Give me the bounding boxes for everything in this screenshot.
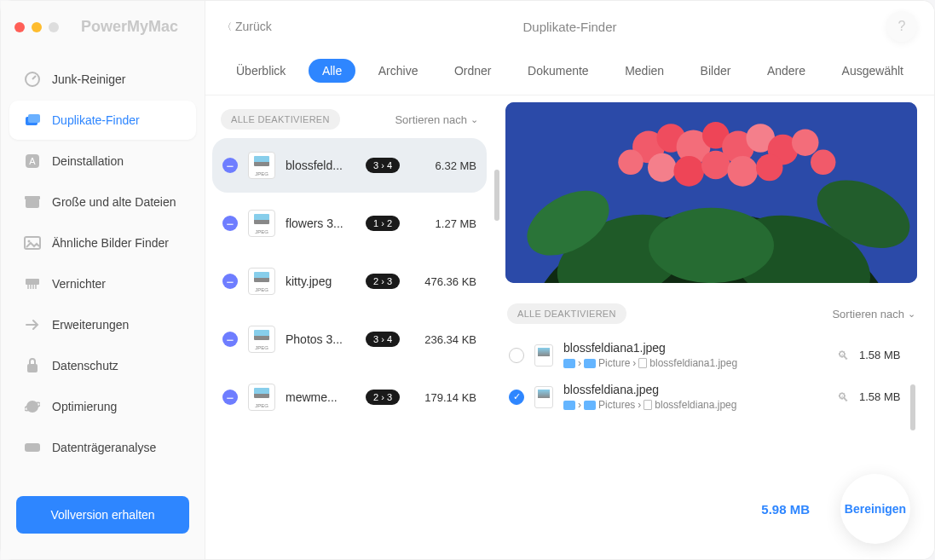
deactivate-all-detail-button[interactable]: ALLE DEAKTIVIEREN (507, 303, 626, 324)
sidebar-item-optimize[interactable]: Optimierung (9, 387, 196, 426)
topbar: 〈Zurück Duplikate-Finder ? (205, 1, 934, 49)
deselect-icon[interactable]: − (222, 390, 238, 405)
app-icon: A (23, 152, 42, 170)
svg-point-33 (756, 154, 783, 182)
scrollbar[interactable] (910, 384, 915, 430)
deselect-icon[interactable]: − (222, 158, 238, 173)
sort-dropdown[interactable]: Sortieren nach⌄ (395, 113, 478, 126)
photo-icon (23, 234, 42, 252)
sidebar-item-label: Große und alte Dateien (52, 195, 176, 209)
lock-icon (23, 356, 42, 375)
group-row[interactable]: − JPEG kitty.jpeg 2 › 3 476.36 KB (212, 254, 487, 309)
total-size: 5.98 MB (761, 502, 810, 517)
deactivate-all-button[interactable]: ALLE DEAKTIVIEREN (221, 109, 340, 130)
group-size: 476.36 KB (410, 275, 476, 288)
detail-header: ALLE DEAKTIVIEREN Sortieren nach⌄ (505, 298, 917, 334)
file-path: › Picture › blossfeldiana1.jpeg (563, 357, 827, 369)
sidebar-item-junk[interactable]: Junk-Reiniger (9, 60, 196, 99)
deselect-icon[interactable]: − (222, 332, 238, 347)
svg-point-28 (792, 129, 819, 156)
sidebar-item-label: Erweiterungen (52, 318, 129, 332)
tab-archives[interactable]: Archive (365, 59, 432, 83)
magnify-icon[interactable]: 🔍︎ (837, 390, 849, 404)
help-button[interactable]: ? (886, 11, 917, 42)
chevron-down-icon: ⌄ (908, 309, 915, 320)
group-name: Photos 3... (286, 332, 355, 346)
sphere-icon (23, 397, 42, 416)
app-window: PowerMyMac Junk-Reiniger Duplikate-Finde… (0, 0, 935, 560)
file-checkbox[interactable] (509, 348, 524, 363)
file-name: blossfeldiana.jpeg (563, 383, 827, 396)
scrollbar[interactable] (494, 170, 499, 221)
sort-detail-dropdown[interactable]: Sortieren nach⌄ (832, 308, 915, 320)
folder-stack-icon (23, 111, 42, 130)
svg-rect-9 (26, 279, 39, 285)
magnify-icon[interactable]: 🔍︎ (837, 349, 849, 362)
svg-text:A: A (29, 156, 36, 166)
tab-media[interactable]: Medien (611, 59, 678, 83)
image-preview (505, 102, 917, 283)
disk-icon (23, 438, 42, 457)
group-row[interactable]: − JPEG flowers 3... 1 › 2 1.27 MB (212, 196, 487, 251)
jpeg-thumb-icon: JPEG (248, 326, 275, 353)
group-size: 6.32 MB (410, 159, 476, 172)
tab-overview[interactable]: Überblick (222, 59, 299, 83)
tab-selected[interactable]: Ausgewählt (828, 59, 917, 83)
jpeg-thumb-icon: JPEG (248, 384, 275, 411)
file-checkbox[interactable]: ✓ (509, 390, 524, 405)
file-row[interactable]: ✓ blossfeldiana.jpeg › Pictures › blossf… (505, 376, 917, 418)
sidebar-item-disk[interactable]: Datenträgeranalyse (9, 428, 196, 467)
jpeg-thumb-icon: JPEG (248, 210, 275, 237)
main-panel: 〈Zurück Duplikate-Finder ? Überblick All… (205, 1, 934, 559)
deselect-icon[interactable]: − (222, 274, 238, 289)
group-name: kitty.jpeg (286, 274, 355, 288)
brand-label: PowerMyMac (81, 18, 178, 36)
tab-all[interactable]: Alle (309, 59, 355, 83)
maximize-window-icon[interactable] (49, 22, 59, 32)
back-button[interactable]: 〈Zurück (222, 20, 272, 33)
svg-point-32 (727, 156, 758, 187)
svg-point-29 (648, 153, 677, 182)
svg-point-35 (811, 150, 835, 175)
gauge-icon (23, 70, 42, 89)
tab-images[interactable]: Bilder (687, 59, 745, 83)
page-title: Duplikate-Finder (522, 20, 616, 34)
folder-icon (563, 359, 575, 368)
sidebar-item-uninstall[interactable]: ADeinstallation (9, 141, 196, 181)
group-pane: ALLE DEAKTIVIEREN Sortieren nach⌄ − JPEG… (205, 95, 495, 559)
sidebar-item-privacy[interactable]: Datenschutz (9, 346, 196, 385)
sidebar-item-shredder[interactable]: Vernichter (9, 264, 196, 303)
close-window-icon[interactable] (14, 22, 25, 32)
svg-rect-2 (28, 114, 40, 123)
sidebar-item-large-old[interactable]: Große und alte Dateien (9, 182, 196, 222)
tab-folders[interactable]: Ordner (441, 59, 505, 83)
minimize-window-icon[interactable] (32, 22, 42, 32)
sidebar-item-duplicates[interactable]: Duplikate-Finder (9, 101, 196, 140)
group-name: flowers 3... (286, 216, 355, 230)
sort-label: Sortieren nach (832, 308, 904, 320)
tab-other[interactable]: Andere (753, 59, 819, 83)
sidebar-item-similar[interactable]: Ähnliche Bilder Finder (9, 223, 196, 263)
file-path: › Pictures › blossfeldiana.jpeg (563, 399, 827, 411)
group-name: mewme... (286, 390, 355, 404)
group-size: 236.34 KB (410, 333, 476, 346)
file-size: 1.58 MB (859, 349, 914, 361)
deselect-icon[interactable]: − (222, 216, 238, 231)
file-row[interactable]: blossfeldiana1.jpeg › Picture › blossfel… (505, 334, 917, 376)
chevron-left-icon: 〈 (222, 20, 232, 33)
group-row[interactable]: − JPEG Photos 3... 3 › 4 236.34 KB (212, 312, 487, 367)
file-info: blossfeldiana.jpeg › Pictures › blossfel… (563, 383, 827, 411)
sidebar-item-extensions[interactable]: Erweiterungen (9, 305, 196, 344)
sidebar-nav: Junk-Reiniger Duplikate-Finder ADeinstal… (1, 58, 205, 486)
sidebar-item-label: Datenträgeranalyse (52, 441, 156, 454)
group-row[interactable]: − JPEG mewme... 2 › 3 179.14 KB (212, 370, 487, 424)
group-row[interactable]: − JPEG blossfeld... 3 › 4 6.32 MB (212, 138, 487, 193)
group-count-badge: 3 › 4 (366, 332, 400, 347)
svg-point-31 (701, 151, 730, 180)
clean-button[interactable]: Bereinigen (840, 474, 910, 544)
svg-rect-13 (25, 443, 40, 452)
tab-documents[interactable]: Dokumente (514, 59, 603, 83)
svg-rect-5 (26, 199, 39, 208)
upgrade-button[interactable]: Vollversion erhalten (16, 496, 189, 534)
svg-point-18 (649, 208, 774, 283)
